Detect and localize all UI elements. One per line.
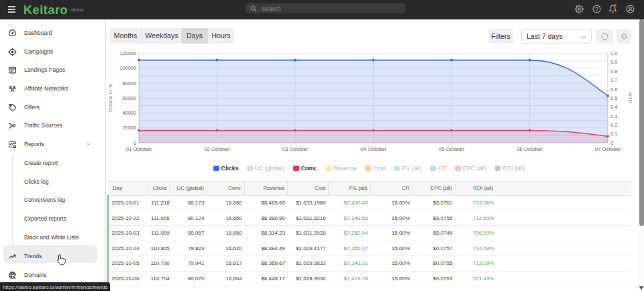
- svg-text:1.0: 1.0: [610, 50, 617, 56]
- svg-text:05 October: 05 October: [439, 146, 465, 152]
- svg-text:0: 0: [610, 140, 613, 146]
- svg-text:0.6: 0.6: [610, 86, 617, 93]
- svg-text:0: 0: [133, 140, 136, 146]
- svg-text:80000: 80000: [122, 80, 136, 86]
- svg-text:0.4: 0.4: [610, 104, 617, 110]
- svg-text:0.2: 0.2: [610, 122, 617, 128]
- svg-text:20000: 20000: [122, 125, 136, 131]
- svg-text:60000: 60000: [122, 95, 136, 101]
- svg-text:0.5: 0.5: [610, 95, 617, 101]
- svg-text:03 October: 03 October: [282, 146, 309, 152]
- svg-text:01 October: 01 October: [126, 146, 152, 152]
- svg-text:USD: USD: [627, 93, 633, 103]
- svg-text:07 October: 07 October: [595, 146, 621, 152]
- svg-text:0.9: 0.9: [610, 59, 617, 65]
- svg-text:04 October: 04 October: [360, 146, 386, 152]
- svg-text:0.8: 0.8: [610, 68, 617, 74]
- svg-text:0.7: 0.7: [610, 77, 617, 83]
- svg-text:0.1: 0.1: [610, 131, 617, 137]
- svg-text:120000: 120000: [119, 50, 136, 56]
- svg-text:Volume or %: Volume or %: [107, 84, 113, 113]
- svg-text:40000: 40000: [122, 110, 136, 116]
- svg-text:0.3: 0.3: [610, 113, 617, 119]
- svg-text:100000: 100000: [119, 65, 136, 71]
- svg-text:02 October: 02 October: [204, 146, 230, 152]
- svg-text:06 October: 06 October: [517, 146, 543, 152]
